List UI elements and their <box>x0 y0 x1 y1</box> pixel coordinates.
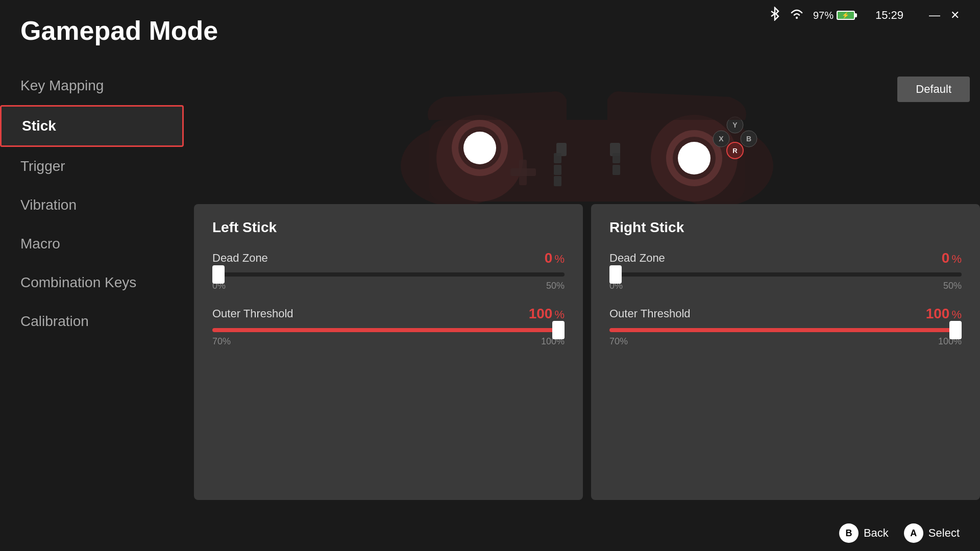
right-dead-zone-thumb[interactable] <box>609 265 622 284</box>
right-dead-zone-slider[interactable] <box>609 272 962 277</box>
bluetooth-icon <box>769 7 780 24</box>
top-bar: 97% ⚡ 15:29 — ✕ <box>0 0 980 31</box>
svg-text:Y: Y <box>732 121 738 129</box>
right-outer-threshold-value: 100% <box>926 306 962 322</box>
svg-text:R: R <box>732 147 738 155</box>
controller-preview: Default <box>194 66 980 204</box>
right-dead-zone-section: Dead Zone 0% 0% 50% <box>609 250 962 291</box>
right-dead-zone-range: 0% 50% <box>609 281 962 291</box>
left-dead-zone-section: Dead Zone 0% 0% 50% <box>212 250 565 291</box>
right-dead-zone-label: Dead Zone <box>609 252 665 265</box>
back-label: Back <box>864 527 889 540</box>
b-button: B <box>839 523 859 543</box>
battery-container: 97% ⚡ <box>813 10 855 21</box>
battery-bolt: ⚡ <box>842 12 849 19</box>
right-outer-threshold-min: 70% <box>609 336 628 347</box>
svg-rect-12 <box>554 165 561 175</box>
svg-point-0 <box>796 17 798 19</box>
svg-rect-13 <box>554 176 561 186</box>
minimize-button[interactable]: — <box>929 10 940 21</box>
left-outer-threshold-label: Outer Threshold <box>212 307 293 320</box>
right-dead-zone-max: 50% <box>943 281 962 291</box>
left-outer-threshold-fill <box>212 328 565 332</box>
left-outer-threshold-slider[interactable] <box>212 328 565 332</box>
select-label: Select <box>928 527 960 540</box>
svg-text:X: X <box>719 135 724 143</box>
window-controls: — ✕ <box>929 10 960 21</box>
right-outer-threshold-section: Outer Threshold 100% 70% 100% <box>609 306 962 347</box>
right-outer-threshold-slider[interactable] <box>609 328 962 332</box>
svg-point-7 <box>463 132 496 164</box>
left-outer-threshold-thumb[interactable] <box>552 321 565 339</box>
right-outer-threshold-track <box>609 328 962 332</box>
right-outer-threshold-label: Outer Threshold <box>609 307 691 320</box>
left-dead-zone-max: 50% <box>546 281 565 291</box>
sidebar-item-trigger[interactable]: Trigger <box>0 147 184 186</box>
left-outer-threshold-label-row: Outer Threshold 100% <box>212 306 565 322</box>
close-button[interactable]: ✕ <box>950 10 960 21</box>
svg-point-20 <box>678 142 710 174</box>
controller-svg: Y X B R <box>378 69 796 204</box>
left-stick-panel: Left Stick Dead Zone 0% 0% 5 <box>194 204 583 500</box>
left-dead-zone-thumb[interactable] <box>212 265 225 284</box>
sidebar-item-combination-keys[interactable]: Combination Keys <box>0 263 184 302</box>
sidebar-item-key-mapping[interactable]: Key Mapping <box>0 66 184 105</box>
right-stick-title: Right Stick <box>609 219 962 236</box>
left-dead-zone-value: 0% <box>545 250 565 266</box>
svg-rect-9 <box>519 160 527 185</box>
default-button[interactable]: Default <box>897 77 970 102</box>
back-button-hint: B Back <box>839 523 889 543</box>
left-outer-threshold-value: 100% <box>529 306 565 322</box>
sidebar-item-macro[interactable]: Macro <box>0 224 184 263</box>
bottom-bar: B Back A Select <box>0 515 980 551</box>
right-dead-zone-track <box>609 272 962 277</box>
svg-rect-16 <box>612 165 620 175</box>
left-outer-threshold-section: Outer Threshold 100% 70% 100% <box>212 306 565 347</box>
svg-rect-15 <box>612 153 620 163</box>
svg-text:B: B <box>746 135 751 143</box>
right-stick-panel: Right Stick Dead Zone 0% 0% <box>591 204 980 500</box>
sidebar-item-calibration[interactable]: Calibration <box>0 302 184 341</box>
left-dead-zone-slider[interactable] <box>212 272 565 277</box>
battery-icon: ⚡ <box>837 11 855 20</box>
main-content: Default <box>194 66 980 510</box>
a-button: A <box>904 523 923 543</box>
battery-percent: 97% <box>813 10 834 21</box>
left-stick-title: Left Stick <box>212 219 565 236</box>
wifi-icon <box>790 8 804 22</box>
left-dead-zone-label-row: Dead Zone 0% <box>212 250 565 266</box>
right-outer-threshold-thumb[interactable] <box>949 321 962 339</box>
status-icons: 97% ⚡ <box>769 7 855 24</box>
stick-panels: Left Stick Dead Zone 0% 0% 5 <box>194 204 980 510</box>
clock: 15:29 <box>875 9 903 22</box>
sidebar-item-vibration[interactable]: Vibration <box>0 186 184 224</box>
right-outer-threshold-range: 70% 100% <box>609 336 962 347</box>
select-button-hint: A Select <box>904 523 960 543</box>
left-dead-zone-track <box>212 272 565 277</box>
left-outer-threshold-track <box>212 328 565 332</box>
controller-graphic: Y X B R <box>194 66 980 204</box>
svg-rect-11 <box>554 153 561 163</box>
sidebar-item-stick[interactable]: Stick <box>0 105 184 147</box>
right-dead-zone-label-row: Dead Zone 0% <box>609 250 962 266</box>
left-dead-zone-range: 0% 50% <box>212 281 565 291</box>
sidebar: Key Mapping Stick Trigger Vibration Macr… <box>0 66 184 341</box>
left-outer-threshold-range: 70% 100% <box>212 336 565 347</box>
right-outer-threshold-label-row: Outer Threshold 100% <box>609 306 962 322</box>
left-dead-zone-label: Dead Zone <box>212 252 268 265</box>
left-outer-threshold-min: 70% <box>212 336 231 347</box>
right-dead-zone-value: 0% <box>942 250 962 266</box>
right-outer-threshold-fill <box>609 328 962 332</box>
